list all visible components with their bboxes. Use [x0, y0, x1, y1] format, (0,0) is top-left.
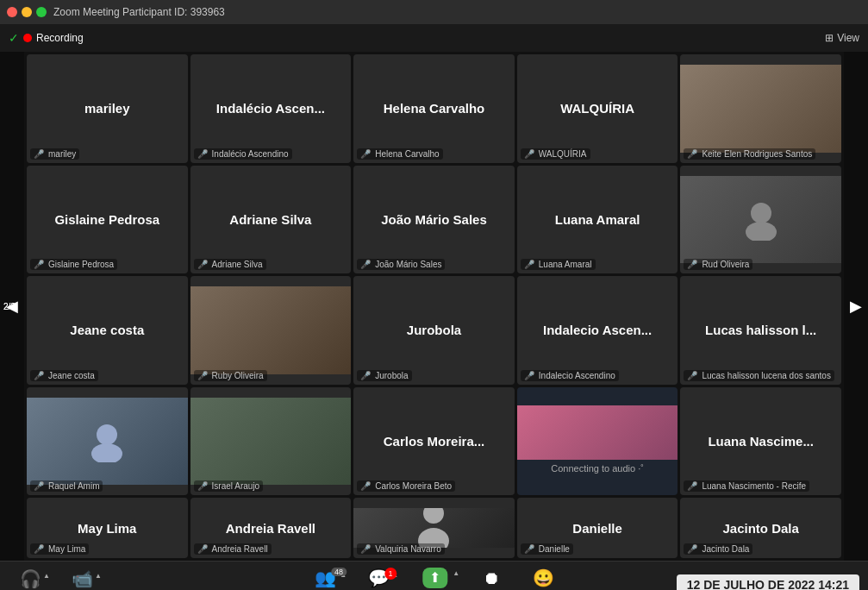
mic-muted-icon: 🎤: [197, 149, 208, 159]
participant-15-name: Lucas halisson l...: [698, 323, 823, 337]
participant-3: Helena Carvalho 🎤 Helena Carvalho: [353, 54, 515, 163]
participant-3-name: Helena Carvalho: [377, 101, 492, 116]
mic-muted-icon: 🎤: [360, 371, 371, 380]
chat-button[interactable]: 💬 Chat ▲ 1: [357, 569, 400, 590]
participant-25: Jacinto Dala 🎤 Jacinto Dala: [680, 498, 841, 558]
record-button[interactable]: ⏺ Record: [470, 569, 513, 590]
mic-muted-icon: 🎤: [197, 371, 208, 380]
participant-14-name: Indalecio Ascen...: [536, 323, 659, 337]
participant-12-label: 🎤 Ruby Oliveira: [194, 370, 267, 381]
participant-13-name: Jurobola: [400, 323, 468, 337]
participant-24-name: Danielle: [565, 521, 629, 536]
toolbar-center: 👥 Participants ▲ 48 💬 Chat ▲ 1 ⬆ Share S…: [303, 561, 565, 590]
participant-17: 🎤 Israel Araujo: [190, 387, 352, 496]
participant-1-name: mariley: [78, 101, 137, 116]
participant-4-label: 🎤 WALQUÍRIA: [521, 148, 590, 160]
mic-muted-icon: 🎤: [197, 260, 208, 269]
participants-button[interactable]: 👥 Participants ▲ 48: [303, 569, 348, 590]
participant-14-label: 🎤 Indalecio Ascendino: [521, 370, 619, 381]
recording-badge: ✓ Recording: [9, 31, 84, 45]
mic-muted-icon: 🎤: [687, 544, 697, 554]
participants-count: 48: [331, 568, 347, 576]
participant-9-label: 🎤 Luana Amaral: [521, 259, 596, 270]
svg-point-4: [423, 508, 444, 524]
participant-5: 🎤 Keite Elen Rodrigues Santos: [680, 54, 841, 163]
participant-17-label: 🎤 Israel Araujo: [194, 480, 264, 492]
grid-icon: ⊞: [825, 32, 834, 44]
participant-16: 🎤 Raquel Amim: [27, 387, 188, 496]
start-video-button[interactable]: 📹 Start Video ▲: [60, 570, 103, 591]
join-audio-button[interactable]: 🎧 Join Audio ▲: [9, 570, 52, 591]
participant-24-label: 🎤 Danielle: [521, 543, 573, 555]
participant-24: Danielle 🎤 Danielle: [517, 498, 678, 558]
participant-20-name: Luana Nascime...: [701, 434, 821, 449]
mic-muted-icon: 🎤: [524, 544, 534, 554]
participant-10: 🎤 Rud Oliveira: [680, 166, 841, 274]
participant-18-label: 🎤 Carlos Moreira Beto: [357, 480, 455, 492]
participant-19-avatar: [517, 405, 678, 460]
share-screen-icon: ⬆: [422, 568, 447, 588]
participant-7-label: 🎤 Adriane Silva: [194, 259, 266, 270]
mic-muted-icon: 🎤: [360, 544, 371, 554]
participant-20: Luana Nascime... 🎤 Luana Nascimento - Re…: [680, 387, 841, 496]
participant-7: Adriane Silva 🎤 Adriane Silva: [190, 166, 352, 274]
participant-25-name: Jacinto Dala: [716, 521, 806, 536]
caret-icon: ▲: [453, 569, 459, 577]
participant-2: Indalécio Ascen... 🎤 Indalécio Ascendino: [190, 54, 352, 163]
svg-point-3: [91, 443, 122, 462]
minimize-button[interactable]: [22, 7, 32, 17]
participant-7-name: Adriane Silva: [222, 212, 318, 227]
next-page-button[interactable]: ▶ 2/2: [844, 52, 868, 561]
participant-9: Luana Amaral 🎤 Luana Amaral: [517, 166, 678, 274]
participant-5-label: 🎤 Keite Elen Rodrigues Santos: [684, 148, 815, 160]
participant-1: mariley 🎤 mariley: [27, 54, 188, 163]
participant-25-label: 🎤 Jacinto Dala: [684, 543, 752, 555]
share-screen-button[interactable]: ⬆ Share Screen ▲: [409, 568, 461, 590]
mic-muted-icon: 🎤: [197, 481, 208, 491]
participant-13-label: 🎤 Jurobola: [357, 370, 411, 381]
window-title: Zoom Meeting Participant ID: 393963: [53, 6, 861, 18]
mic-muted-icon: 🎤: [360, 260, 371, 269]
participant-14: Indalecio Ascen... 🎤 Indalecio Ascendino: [517, 276, 678, 385]
participant-23: 🎤 Valquiria Navarro: [353, 498, 515, 558]
toolbar: 🎧 Join Audio ▲ 📹 Start Video ▲ 👥 Partici…: [0, 561, 868, 590]
participant-6-name: Gislaine Pedrosa: [47, 212, 166, 227]
view-button[interactable]: ⊞ View: [825, 32, 859, 44]
participant-21-label: 🎤 May Lima: [30, 543, 89, 555]
participant-16-label: 🎤 Raquel Amim: [30, 480, 103, 492]
svg-point-1: [746, 222, 777, 241]
reactions-button[interactable]: 😀 Reactions: [521, 569, 565, 590]
participant-3-label: 🎤 Helena Carvalho: [357, 148, 443, 160]
participant-10-avatar: [680, 176, 841, 264]
connecting-text: Connecting to audio ·˚: [547, 460, 647, 477]
mic-muted-icon: 🎤: [360, 149, 371, 159]
close-button[interactable]: [7, 7, 17, 17]
mic-muted-icon: 🎤: [34, 371, 44, 380]
mic-muted-icon: 🎤: [687, 149, 697, 159]
mic-muted-icon: 🎤: [524, 371, 534, 380]
participant-15: Lucas halisson l... 🎤 Lucas halisson luc…: [680, 276, 841, 385]
participant-19: Connecting to audio ·˚: [517, 387, 678, 496]
participant-5-avatar: [680, 65, 841, 153]
record-icon: ⏺: [483, 569, 500, 587]
participant-4-name: WALQUÍRIA: [553, 101, 641, 116]
reactions-icon: 😀: [533, 569, 554, 587]
svg-point-2: [97, 424, 117, 445]
maximize-button[interactable]: [36, 7, 47, 17]
toolbar-right: 12 DE JULHO DE 2022 14:21: [677, 574, 859, 591]
participants-grid: mariley 🎤 mariley Indalécio Ascen... 🎤 I…: [24, 52, 844, 561]
participant-12-avatar: [190, 286, 352, 374]
participant-8-label: 🎤 João Mário Sales: [357, 259, 445, 270]
participant-23-label: 🎤 Valquiria Navarro: [357, 543, 445, 555]
participant-2-label: 🎤 Indalécio Ascendino: [194, 148, 292, 160]
participant-1-label: 🎤 mariley: [30, 148, 79, 160]
mic-muted-icon: 🎤: [34, 481, 44, 491]
recording-dot: [23, 34, 32, 42]
checkmark-icon: ✓: [9, 31, 19, 45]
mic-muted-icon: 🎤: [687, 481, 697, 491]
page-right: 2/2: [3, 302, 16, 311]
participant-18-name: Carlos Moreira...: [377, 434, 492, 449]
participant-11-label: 🎤 Jeane costa: [30, 370, 98, 381]
participant-21: May Lima 🎤 May Lima: [27, 498, 188, 558]
recording-label: Recording: [36, 32, 84, 44]
